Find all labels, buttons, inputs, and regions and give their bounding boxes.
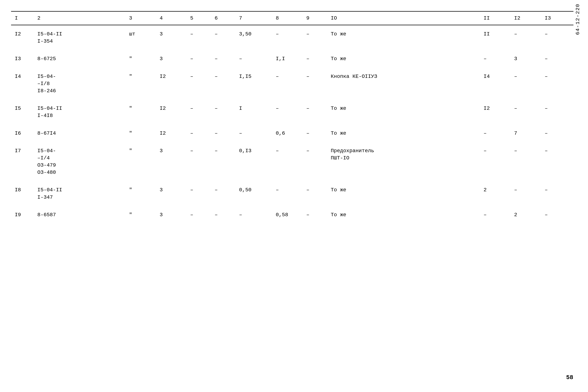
cell-7-5: – [188, 181, 213, 206]
cell-7-11: 2 [482, 181, 512, 206]
cell-5-6: – [213, 124, 237, 142]
cell-6-12: – [512, 142, 543, 181]
cell-6-8: – [274, 142, 304, 181]
cell-4-4: I2 [158, 100, 188, 124]
cell-3-7: I,I5 [237, 68, 274, 100]
cell-3-11: I4 [482, 68, 512, 100]
cell-8-4: 3 [158, 206, 188, 224]
cell-5-9: – [304, 124, 329, 142]
cell-6-6: – [213, 142, 237, 181]
cell-4-3: " [127, 100, 158, 124]
cell-7-10: То же [329, 181, 482, 206]
cell-7-3: " [127, 181, 158, 206]
header-col-12: I2 [512, 12, 543, 25]
cell-2-3: " [127, 50, 158, 68]
header-col-9: 9 [304, 12, 329, 25]
table-row: I68-67I4"I2–––0,6–То же–7– [11, 124, 574, 142]
cell-3-12: – [512, 68, 543, 100]
header-col-5: 5 [188, 12, 213, 25]
cell-3-4: I2 [158, 68, 188, 100]
cell-1-3: шт [127, 25, 158, 50]
cell-1-12: – [512, 25, 543, 50]
header-col-10: IO [329, 12, 482, 25]
cell-6-9: – [304, 142, 329, 181]
cell-1-9: – [304, 25, 329, 50]
cell-8-10: То же [329, 206, 482, 224]
header-col-13: I3 [543, 12, 574, 25]
cell-6-1: I7 [11, 142, 35, 181]
cell-4-5: – [188, 100, 213, 124]
cell-6-3: " [127, 142, 158, 181]
cell-2-1: I3 [11, 50, 35, 68]
header-col-3: 3 [127, 12, 158, 25]
cell-1-2: I5-04-III-354 [35, 25, 127, 50]
table-row: I4I5-04-–I/8I8-246"I2––I,I5––Кнопка КЕ-О… [11, 68, 574, 100]
cell-5-10: То же [329, 124, 482, 142]
cell-5-13: – [543, 124, 574, 142]
cell-3-3: " [127, 68, 158, 100]
cell-1-11: II [482, 25, 512, 50]
cell-5-11: – [482, 124, 512, 142]
cell-1-8: – [274, 25, 304, 50]
header-col-8: 8 [274, 12, 304, 25]
cell-8-2: 8-6587 [35, 206, 127, 224]
table-row: I8I5-04-III-347"3––0,50––То же2–– [11, 181, 574, 206]
cell-5-4: I2 [158, 124, 188, 142]
header-col-1: I [11, 12, 35, 25]
cell-6-2: I5-04-–I/4ОЗ-479ОЗ-480 [35, 142, 127, 181]
cell-8-7: – [237, 206, 274, 224]
cell-5-12: 7 [512, 124, 543, 142]
cell-1-1: I2 [11, 25, 35, 50]
cell-2-4: 3 [158, 50, 188, 68]
cell-3-5: – [188, 68, 213, 100]
cell-7-12: – [512, 181, 543, 206]
header-col-4: 4 [158, 12, 188, 25]
table-row: I2I5-04-III-354шт3––3,50––То жеII–– [11, 25, 574, 50]
cell-4-11: I2 [482, 100, 512, 124]
cell-7-6: – [213, 181, 237, 206]
cell-1-6: – [213, 25, 237, 50]
cell-8-11: – [482, 206, 512, 224]
cell-4-8: – [274, 100, 304, 124]
cell-5-5: – [188, 124, 213, 142]
cell-2-11: – [482, 50, 512, 68]
page-number-bottom: 58 [566, 374, 573, 381]
header-col-11: II [482, 12, 512, 25]
cell-2-7: – [237, 50, 274, 68]
cell-1-5: – [188, 25, 213, 50]
cell-2-5: – [188, 50, 213, 68]
cell-1-13: – [543, 25, 574, 50]
cell-6-7: 0,I3 [237, 142, 274, 181]
cell-6-10: ПредохранительПШТ-IO [329, 142, 482, 181]
cell-7-7: 0,50 [237, 181, 274, 206]
cell-8-13: – [543, 206, 574, 224]
cell-4-6: – [213, 100, 237, 124]
cell-3-6: – [213, 68, 237, 100]
cell-6-5: – [188, 142, 213, 181]
cell-7-2: I5-04-III-347 [35, 181, 127, 206]
cell-4-9: – [304, 100, 329, 124]
cell-2-13: – [543, 50, 574, 68]
cell-8-5: – [188, 206, 213, 224]
table-row: I7I5-04-–I/4ОЗ-479ОЗ-480"3––0,I3––Предох… [11, 142, 574, 181]
cell-5-8: 0,6 [274, 124, 304, 142]
cell-1-4: 3 [158, 25, 188, 50]
header-col-2: 2 [35, 12, 127, 25]
cell-6-4: 3 [158, 142, 188, 181]
table-row: I98-6587"3–––0,58–То же–2– [11, 206, 574, 224]
cell-8-12: 2 [512, 206, 543, 224]
side-label: 64-12-220 [575, 4, 581, 35]
cell-7-9: – [304, 181, 329, 206]
cell-2-2: 8-6725 [35, 50, 127, 68]
cell-7-4: 3 [158, 181, 188, 206]
cell-3-13: – [543, 68, 574, 100]
cell-3-2: I5-04-–I/8I8-246 [35, 68, 127, 100]
cell-3-1: I4 [11, 68, 35, 100]
cell-7-13: – [543, 181, 574, 206]
cell-2-8: I,I [274, 50, 304, 68]
cell-6-11: – [482, 142, 512, 181]
cell-6-13: – [543, 142, 574, 181]
cell-3-10: Кнопка КЕ-ОIIУЗ [329, 68, 482, 100]
cell-4-12: – [512, 100, 543, 124]
cell-3-8: – [274, 68, 304, 100]
